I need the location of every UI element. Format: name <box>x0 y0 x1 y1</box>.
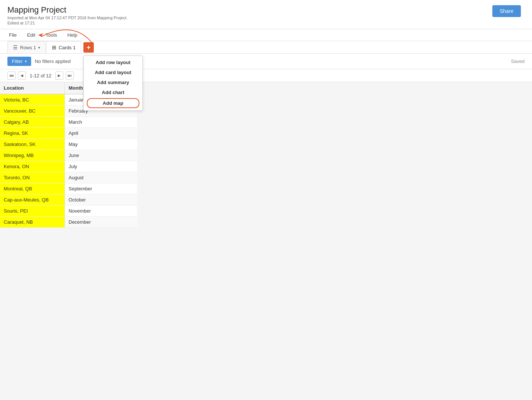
cell-location: Victoria, BC <box>0 94 65 105</box>
cell-month: August <box>65 172 137 183</box>
filter-label: Filter <box>12 59 23 64</box>
toolbar: Filter ▾ No filters applied Saved <box>0 54 532 69</box>
cell-month: May <box>65 139 137 150</box>
menu-tools[interactable]: Tools <box>44 31 58 39</box>
menu-file[interactable]: File <box>7 31 18 39</box>
cell-location: Regina, SK <box>0 128 65 139</box>
tab-rows1-label: Rows 1 <box>20 45 36 50</box>
next-page-button[interactable]: ► <box>55 71 63 80</box>
saved-status: Saved <box>511 59 525 64</box>
plus-icon: + <box>87 44 91 51</box>
cell-month: March <box>65 117 137 127</box>
pagination-bar: ⏮ ◄ 1-12 of 12 ► ⏭ <box>0 69 532 82</box>
cell-location: Caraquet, NB <box>0 217 65 227</box>
add-layout-dropdown: Add row layout Add card layout Add summa… <box>83 56 143 111</box>
filter-button[interactable]: Filter ▾ <box>7 57 31 66</box>
table-row[interactable]: Saskatoon, SKMay <box>0 139 137 150</box>
menu-help[interactable]: Help <box>66 31 79 39</box>
table-row[interactable]: Kenora, ONJuly <box>0 161 137 172</box>
cell-location: Calgary, AB <box>0 117 65 127</box>
cell-location: Souris, PEI <box>0 206 65 216</box>
prev-page-button[interactable]: ◄ <box>18 71 26 80</box>
tab-cards1-label: Cards 1 <box>59 45 76 50</box>
menu-bar: File Edit Tools Help <box>0 29 532 41</box>
cell-month: July <box>65 161 137 172</box>
rows-icon: ☰ <box>13 44 18 50</box>
no-filters-text: No filters applied <box>35 59 71 64</box>
table-row[interactable]: Souris, PEINovember <box>0 206 137 217</box>
share-button[interactable]: Share <box>492 5 521 17</box>
cards-icon: ⊞ <box>52 44 56 50</box>
add-chart-item[interactable]: Add chart <box>84 87 142 97</box>
tab-rows1-dropdown-arrow[interactable]: ▾ <box>38 46 40 50</box>
tab-cards1[interactable]: ⊞ Cards 1 <box>46 41 81 53</box>
menu-edit[interactable]: Edit <box>26 31 37 39</box>
last-page-button[interactable]: ⏭ <box>66 71 74 80</box>
cell-location: Toronto, ON <box>0 172 65 183</box>
table-row[interactable]: Regina, SKApril <box>0 128 137 139</box>
project-imported: Imported at Mon Apr 04 17:12:47 PDT 2016… <box>7 16 525 20</box>
tab-rows1[interactable]: ☰ Rows 1 ▾ <box>7 41 46 53</box>
cell-location: Cap-aux-Meules, QB <box>0 194 65 205</box>
cell-month: December <box>65 217 137 227</box>
filter-chevron-icon: ▾ <box>25 59 27 63</box>
add-summary-item[interactable]: Add summary <box>84 77 142 87</box>
add-tab-wrapper: + Add row layout Add card layout Add sum… <box>82 42 94 53</box>
add-row-layout-item[interactable]: Add row layout <box>84 57 142 67</box>
table-row[interactable]: Cap-aux-Meules, QBOctober <box>0 194 137 206</box>
cell-location: Winnipeg, MB <box>0 150 65 161</box>
tabs-bar: ☰ Rows 1 ▾ ⊞ Cards 1 + Add row layout Ad… <box>0 41 532 54</box>
table-row[interactable]: Montreal, QBSeptember <box>0 183 137 194</box>
cell-location: Montreal, QB <box>0 183 65 194</box>
add-map-item[interactable]: Add map <box>87 98 139 108</box>
first-page-button[interactable]: ⏮ <box>7 71 16 80</box>
cell-month: September <box>65 183 137 194</box>
project-title: Mapping Project <box>7 5 525 15</box>
col-header-location: Location <box>0 82 65 94</box>
project-edited: Edited at 17:21 <box>7 21 525 25</box>
add-tab-button[interactable]: + Add row layout Add card layout Add sum… <box>83 42 94 53</box>
table-body: Victoria, BCJanuaryVancouver, BCFebruary… <box>0 94 137 228</box>
table-row[interactable]: Caraquet, NBDecember <box>0 217 137 228</box>
add-card-layout-item[interactable]: Add card layout <box>84 67 142 77</box>
cell-month: October <box>65 194 137 205</box>
table-row[interactable]: Calgary, ABMarch <box>0 117 137 128</box>
cell-location: Vancouver, BC <box>0 106 65 116</box>
cell-location: Kenora, ON <box>0 161 65 172</box>
header: Mapping Project Imported at Mon Apr 04 1… <box>0 0 532 29</box>
table-row[interactable]: Toronto, ONAugust <box>0 172 137 183</box>
cell-month: November <box>65 206 137 216</box>
cell-month: April <box>65 128 137 139</box>
table-row[interactable]: Winnipeg, MBJune <box>0 150 137 161</box>
page-info: 1-12 of 12 <box>30 73 52 79</box>
cell-month: June <box>65 150 137 161</box>
cell-location: Saskatoon, SK <box>0 139 65 150</box>
